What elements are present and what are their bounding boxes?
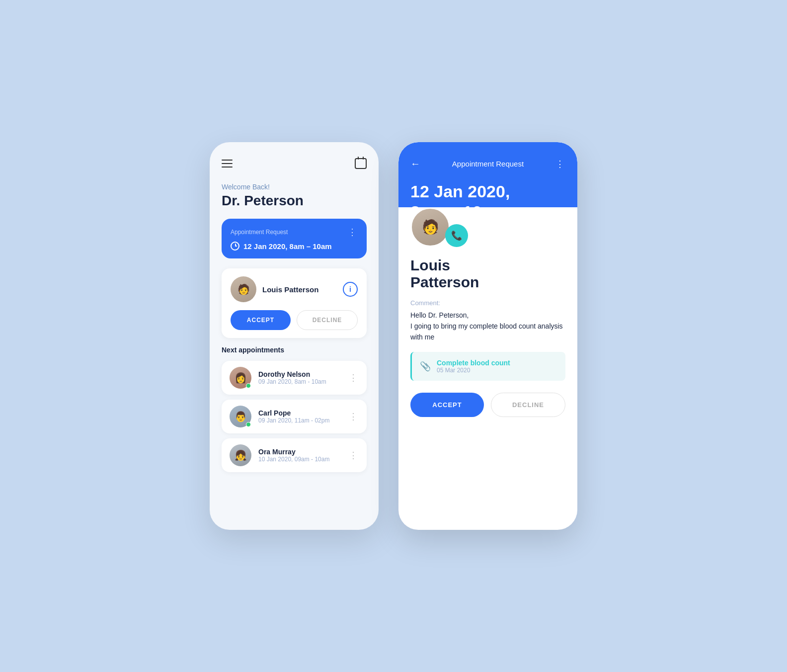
right-patient-avatar: 🧑 — [410, 207, 450, 247]
clock-icon — [231, 242, 239, 251]
list-avatar-wrap: 👩 — [230, 367, 251, 389]
attachment-title: Complete blood count — [437, 359, 557, 367]
patient-name-line1: Louis — [410, 257, 565, 274]
nav-menu-dots[interactable]: ⋮ — [555, 159, 565, 169]
patient-name-line2: Patterson — [410, 274, 565, 291]
patient-row: 🧑 Louis Patterson i — [231, 276, 358, 302]
comment-label: Comment: — [410, 299, 565, 307]
appt-card-label: Appointment Request — [231, 229, 288, 236]
right-patient-row: 🧑 📞 — [410, 207, 565, 247]
appt-time-text: 12 Jan 2020, 8am – 10am — [243, 242, 332, 251]
online-indicator — [246, 422, 251, 427]
right-content: 🧑 📞 Louis Patterson Comment: Hello Dr. P… — [398, 207, 577, 429]
comment-text: Hello Dr. Peterson,I going to bring my c… — [410, 310, 565, 343]
decline-button-left[interactable]: DECLINE — [297, 310, 358, 330]
list-item: 👧 Ora Murray 10 Jan 2020, 09am - 10am ⋮ — [222, 438, 367, 472]
info-button[interactable]: i — [343, 282, 358, 297]
list-item-name: Ora Murray — [258, 448, 349, 456]
right-nav: ← Appointment Request ⋮ — [410, 158, 565, 169]
list-item-menu[interactable]: ⋮ — [349, 450, 359, 461]
patient-name: Louis Patterson — [262, 285, 343, 294]
list-item-info: Dorothy Nelson 09 Jan 2020, 8am - 10am — [258, 370, 349, 385]
patient-info-card: 🧑 Louis Patterson i ACCEPT DECLINE — [222, 268, 367, 338]
left-phone: Welcome Back! Dr. Peterson Appointment R… — [210, 142, 379, 530]
list-avatar-wrap: 👨 — [230, 406, 251, 427]
avatar-face: 🧑 — [231, 276, 256, 302]
appt-card-menu-dots[interactable]: ⋮ — [348, 227, 358, 238]
nav-title: Appointment Request — [452, 160, 524, 168]
list-avatar-wrap: 👧 — [230, 444, 251, 466]
list-item-name: Dorothy Nelson — [258, 370, 349, 378]
attachment-date: 05 Mar 2020 — [437, 367, 557, 374]
accept-button-right[interactable]: ACCEPT — [410, 393, 484, 417]
list-item-time: 09 Jan 2020, 11am - 02pm — [258, 417, 349, 424]
patient-avatar: 🧑 — [231, 276, 256, 302]
patient-name-block: Louis Patterson — [256, 285, 343, 294]
accept-button-left[interactable]: ACCEPT — [231, 310, 291, 330]
next-appointments-label: Next appointments — [222, 346, 367, 354]
right-actions: ACCEPT DECLINE — [410, 393, 565, 417]
list-item-menu[interactable]: ⋮ — [349, 411, 359, 422]
list-item-time: 09 Jan 2020, 8am - 10am — [258, 378, 349, 385]
attachment-card[interactable]: 📎 Complete blood count 05 Mar 2020 — [410, 352, 565, 381]
ora-avatar: 👧 — [230, 444, 251, 466]
right-patient-name: Louis Patterson — [410, 257, 565, 291]
decline-button-right[interactable]: DECLINE — [491, 393, 565, 417]
list-item: 👩 Dorothy Nelson 09 Jan 2020, 8am - 10am… — [222, 361, 367, 395]
back-button[interactable]: ← — [410, 158, 420, 169]
right-phone: ← Appointment Request ⋮ 12 Jan 2020, 8am… — [398, 142, 577, 530]
list-item-info: Carl Pope 09 Jan 2020, 11am - 02pm — [258, 409, 349, 424]
list-item-info: Ora Murray 10 Jan 2020, 09am - 10am — [258, 448, 349, 463]
appointment-card: Appointment Request ⋮ 12 Jan 2020, 8am –… — [222, 219, 367, 258]
list-item-time: 10 Jan 2020, 09am - 10am — [258, 456, 349, 463]
list-item: 👨 Carl Pope 09 Jan 2020, 11am - 02pm ⋮ — [222, 400, 367, 433]
phone-icon: 📞 — [451, 230, 462, 241]
call-button[interactable]: 📞 — [445, 224, 468, 247]
screens-container: Welcome Back! Dr. Peterson Appointment R… — [190, 112, 597, 560]
calendar-icon[interactable] — [355, 158, 367, 169]
phone-header — [222, 158, 367, 169]
doctor-name: Dr. Peterson — [222, 193, 367, 209]
appt-card-header: Appointment Request ⋮ — [231, 227, 358, 238]
paperclip-icon: 📎 — [420, 361, 431, 372]
welcome-text: Welcome Back! — [222, 183, 367, 191]
online-indicator — [246, 383, 251, 388]
attachment-info: Complete blood count 05 Mar 2020 — [437, 359, 557, 374]
date-line1: 12 Jan 2020, — [410, 181, 565, 202]
action-buttons: ACCEPT DECLINE — [231, 310, 358, 330]
hamburger-icon[interactable] — [222, 160, 233, 168]
list-item-name: Carl Pope — [258, 409, 349, 417]
appt-card-time: 12 Jan 2020, 8am – 10am — [231, 242, 358, 251]
list-item-menu[interactable]: ⋮ — [349, 372, 359, 383]
